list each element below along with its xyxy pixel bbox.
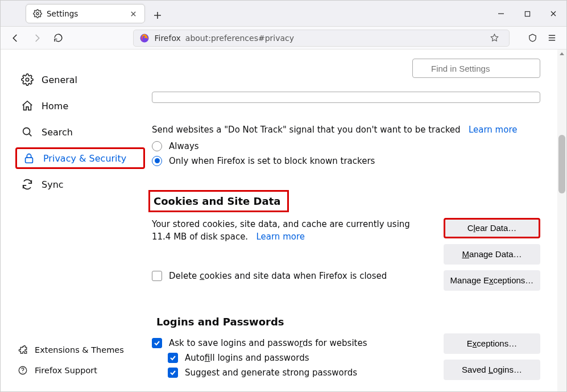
checkbox-icon [168,368,178,378]
radio-icon [152,156,162,166]
window-titlebar: Settings [1,1,566,27]
sidebar-item-search[interactable]: Search [18,121,143,143]
svg-rect-5 [26,158,33,163]
home-icon [21,100,34,112]
settings-sidebar: General Home Search Privacy & Security [1,49,148,391]
pocket-icon[interactable] [523,29,541,47]
sidebar-item-sync[interactable]: Sync [18,174,143,195]
close-window-button[interactable] [540,1,566,27]
autofill-logins-checkbox[interactable]: Autofill logins and passwords [168,353,432,363]
checkbox-label: Suggest and generate strong passwords [185,368,357,378]
truncated-preference-box [152,92,540,103]
maximize-button[interactable] [514,1,540,27]
page-viewport: General Home Search Privacy & Security [1,49,566,391]
sidebar-item-label: Search [42,127,73,138]
url-path: about:preferences#privacy [185,34,481,43]
navigation-toolbar: Firefox about:preferences#privacy [1,27,566,49]
reload-button[interactable] [49,29,68,47]
window-controls [488,1,566,27]
sync-icon [21,178,34,191]
svg-point-7 [22,372,23,373]
sidebar-item-label: General [42,75,77,85]
delete-cookies-on-close-checkbox[interactable]: Delete cookies and site data when Firefo… [152,270,419,283]
sidebar-item-label: Sync [42,179,64,190]
svg-point-4 [23,128,30,135]
checkbox-label: Autofill logins and passwords [185,353,309,363]
scroll-thumb[interactable] [558,135,565,193]
bookmark-star-icon[interactable] [485,29,503,47]
checkbox-label: Ask to save logins and passwords for web… [169,338,367,348]
dnt-intro-text: Send websites a "Do Not Track" signal th… [152,125,461,135]
sidebar-item-home[interactable]: Home [18,95,143,117]
dnt-learn-more-link[interactable]: Learn more [469,125,518,135]
puzzle-icon [18,345,28,355]
browser-tab-settings[interactable]: Settings [26,4,145,23]
tab-strip: Settings [1,1,488,23]
search-icon [21,126,34,138]
tab-title: Settings [47,9,124,18]
cookies-learn-more-link[interactable]: Learn more [256,232,305,242]
cookies-heading: Cookies and Site Data [148,190,289,212]
manage-data-button[interactable]: Manage Data… [444,244,540,265]
svg-rect-1 [525,11,529,16]
radio-label: Always [169,141,199,151]
settings-search-wrap [152,59,540,78]
dnt-radio-always[interactable]: Always [152,141,540,151]
url-brand-label: Firefox [154,34,180,43]
app-menu-icon[interactable] [543,29,561,47]
settings-main: Send websites a "Do Not Track" signal th… [148,49,557,391]
lock-icon [23,152,35,164]
close-tab-icon[interactable] [129,9,138,18]
dnt-radio-known-trackers[interactable]: Only when Firefox is set to block known … [152,156,540,166]
dnt-section: Send websites a "Do Not Track" signal th… [152,123,540,137]
checkbox-icon [152,271,162,281]
svg-point-0 [36,13,39,15]
gear-icon [33,9,42,18]
help-icon [18,365,28,376]
scroll-up-icon[interactable] [558,51,565,57]
cookies-description: Your stored cookies, site data, and cach… [152,218,419,287]
saved-logins-button[interactable]: Saved Logins… [444,360,540,380]
checkbox-icon [168,353,178,363]
manage-exceptions-button[interactable]: Manage Exceptions… [444,270,540,291]
firefox-icon [139,33,150,43]
logins-heading: Logins and Passwords [156,316,540,328]
minimize-button[interactable] [488,1,514,27]
logins-exceptions-button[interactable]: Exceptions… [444,333,540,354]
sidebar-extensions[interactable]: Extensions & Themes [18,341,143,358]
clear-data-button[interactable]: Clear Data… [444,218,540,238]
radio-label: Only when Firefox is set to block known … [169,156,375,166]
toolbar-right [523,29,561,47]
suggest-passwords-checkbox[interactable]: Suggest and generate strong passwords [168,368,432,378]
ask-save-logins-checkbox[interactable]: Ask to save logins and passwords for web… [152,338,432,348]
sidebar-item-label: Home [42,101,68,112]
sidebar-footer-label: Firefox Support [35,366,97,375]
svg-point-3 [26,78,29,81]
vertical-scrollbar[interactable] [557,49,566,391]
gear-icon [21,73,34,86]
radio-icon [152,141,162,151]
settings-search-input[interactable] [412,59,540,78]
back-button[interactable] [6,29,24,47]
sidebar-item-privacy[interactable]: Privacy & Security [15,147,145,169]
sidebar-item-general[interactable]: General [18,69,143,90]
forward-button[interactable] [28,29,46,47]
sidebar-item-label: Privacy & Security [43,153,126,164]
checkbox-icon [152,338,162,348]
checkbox-label: Delete cookies and site data when Firefo… [169,270,387,283]
sidebar-footer-label: Extensions & Themes [35,345,124,354]
new-tab-button[interactable] [150,7,165,23]
search-icon [403,54,412,63]
sidebar-support[interactable]: Firefox Support [18,362,143,379]
url-bar[interactable]: Firefox about:preferences#privacy [133,30,510,47]
